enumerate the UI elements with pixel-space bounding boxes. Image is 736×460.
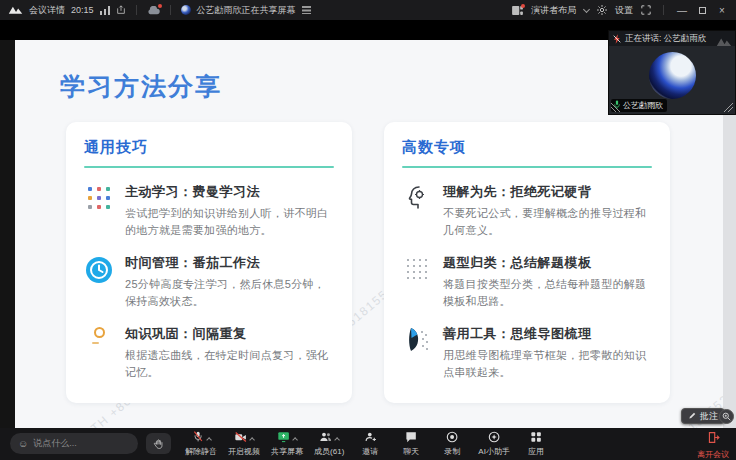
card-header: 高数专项 xyxy=(402,138,652,157)
caret-icon[interactable] xyxy=(249,437,255,443)
list-item: 时间管理：番茄工作法 25分钟高度专注学习，然后休息5分钟，保持高效状态。 xyxy=(84,254,334,310)
maximize-button[interactable] xyxy=(696,5,708,16)
pen-icon xyxy=(688,411,697,422)
video-panel-header: 正在讲话: 公艺勴雨欣 xyxy=(609,31,735,46)
annotate-label: 批注 xyxy=(700,410,718,423)
card-underline xyxy=(402,166,652,168)
meeting-time: 20:15 xyxy=(71,5,94,15)
chat-input[interactable]: ☺ 说点什么... xyxy=(10,433,138,454)
mindmap-icon xyxy=(402,325,432,381)
share-view-icon[interactable] xyxy=(302,6,311,14)
chat-placeholder: 说点什么... xyxy=(33,437,77,450)
leave-door-icon xyxy=(707,430,720,448)
members-icon xyxy=(319,429,332,447)
speaking-label: 正在讲话: 公艺勴雨欣 xyxy=(625,33,706,45)
minimize-button[interactable]: — xyxy=(676,5,688,16)
list-item: 知识巩固：间隔重复 根据遗忘曲线，在特定时间点复习，强化记忆。 xyxy=(84,325,334,381)
card-general-tips: 通用技巧 主动学习：费曼学习法 尝试把学到的知识讲给别人听，讲不明白的地方就是需… xyxy=(66,122,352,403)
apps-button[interactable]: 应用 xyxy=(521,432,551,457)
card-advanced-math: 高数专项 理解为先：拒绝死记硬背 不要死记公式，要理解概念的推导过程和几何意义。… xyxy=(384,122,670,403)
list-item: 理解为先：拒绝死记硬背 不要死记公式，要理解概念的推导过程和几何意义。 xyxy=(402,183,652,239)
item-desc: 根据遗忘曲线，在特定时间点复习，强化记忆。 xyxy=(125,347,334,381)
ai-assistant-icon xyxy=(488,429,500,447)
dots-grid-icon xyxy=(402,254,432,310)
record-button[interactable]: 录制 xyxy=(437,432,467,457)
card-underline xyxy=(84,166,334,168)
clock-icon xyxy=(84,254,114,310)
card-header: 通用技巧 xyxy=(84,138,334,157)
settings-button[interactable]: 设置 xyxy=(615,4,633,17)
mic-off-icon xyxy=(192,429,204,447)
bottom-toolbar: ☺ 说点什么... 解除静音 xyxy=(0,428,736,460)
rings-icon xyxy=(84,325,114,381)
network-flash-icon xyxy=(613,30,621,48)
gear-icon[interactable] xyxy=(597,5,607,15)
item-title: 题型归类：总结解题模板 xyxy=(443,254,652,272)
record-icon xyxy=(446,429,458,447)
item-title: 知识巩固：间隔重复 xyxy=(125,325,334,343)
meeting-details-button[interactable]: 会议详情 xyxy=(29,4,65,17)
share-export-icon[interactable] xyxy=(116,5,126,15)
close-button[interactable]: × xyxy=(716,5,728,16)
magnifier-button[interactable] xyxy=(719,409,734,424)
invite-button[interactable]: 邀请 xyxy=(355,432,385,457)
chat-icon xyxy=(405,429,417,447)
invite-icon xyxy=(364,429,377,447)
list-item: 题型归类：总结解题模板 将题目按类型分类，总结每种题型的解题模板和思路。 xyxy=(402,254,652,310)
caret-icon[interactable] xyxy=(206,437,212,443)
unmute-button[interactable]: 解除静音 xyxy=(185,432,217,457)
item-title: 善用工具：思维导图梳理 xyxy=(443,325,652,343)
camera-off-icon xyxy=(234,429,247,447)
chat-button[interactable]: 聊天 xyxy=(396,432,426,457)
layout-selector[interactable]: 演讲者布局 xyxy=(531,4,576,17)
logo-watermark-icon xyxy=(716,33,732,51)
cloud-docs-icon[interactable] xyxy=(147,6,160,15)
leave-label: 离开会议 xyxy=(697,449,729,460)
top-bar: 会议详情 20:15 公艺勴雨欣正在共享屏幕 xyxy=(0,0,736,20)
item-desc: 25分钟高度专注学习，然后休息5分钟，保持高效状态。 xyxy=(125,276,334,310)
thinking-head-icon xyxy=(402,183,432,239)
app-logo-icon xyxy=(8,5,23,15)
item-title: 主动学习：费曼学习法 xyxy=(125,183,334,201)
resize-handle[interactable] xyxy=(611,103,620,112)
layout-icon[interactable] xyxy=(512,6,523,15)
item-desc: 将题目按类型分类，总结每种题型的解题模板和思路。 xyxy=(443,276,652,310)
list-item: 主动学习：费曼学习法 尝试把学到的知识讲给别人听，讲不明白的地方就是需要加强的地… xyxy=(84,183,334,239)
participant-avatar xyxy=(649,52,696,99)
resize-handle[interactable] xyxy=(724,103,733,112)
meeting-window: 会议详情 20:15 公艺勴雨欣正在共享屏幕 xyxy=(0,0,736,460)
start-video-button[interactable]: 开启视频 xyxy=(228,432,260,457)
emoji-icon: ☺ xyxy=(18,438,28,449)
ai-assistant-button[interactable]: AI小助手 xyxy=(478,432,510,457)
participant-name: 公艺勴雨欣 xyxy=(623,100,663,111)
leave-meeting-button[interactable]: 离开会议 xyxy=(697,430,729,460)
members-button[interactable]: 成员(61) xyxy=(314,432,344,457)
sharer-avatar xyxy=(181,5,191,15)
item-title: 时间管理：番茄工作法 xyxy=(125,254,334,272)
reaction-button[interactable] xyxy=(146,433,171,454)
item-desc: 不要死记公式，要理解概念的推导过程和几何意义。 xyxy=(443,205,652,239)
share-screen-icon xyxy=(277,429,290,447)
apps-icon xyxy=(530,429,542,447)
stage-left-gutter xyxy=(0,40,15,430)
sharing-banner: 公艺勴雨欣正在共享屏幕 xyxy=(197,4,296,17)
network-signal-icon[interactable] xyxy=(100,6,110,15)
item-title: 理解为先：拒绝死记硬背 xyxy=(443,183,652,201)
fullscreen-icon[interactable] xyxy=(641,5,651,15)
caret-icon[interactable] xyxy=(334,437,340,443)
slide-title: 学习方法分享 xyxy=(60,70,222,103)
speaker-video-panel[interactable]: 正在讲话: 公艺勴雨欣 公艺勴雨欣 xyxy=(608,30,736,115)
caret-icon[interactable] xyxy=(292,437,298,443)
share-screen-button[interactable]: 共享屏幕 xyxy=(271,432,303,457)
item-desc: 用思维导图梳理章节框架，把零散的知识点串联起来。 xyxy=(443,347,652,381)
colorful-grid-icon xyxy=(84,183,114,239)
chevron-down-icon xyxy=(583,5,590,12)
list-item: 善用工具：思维导图梳理 用思维导图梳理章节框架，把零散的知识点串联起来。 xyxy=(402,325,652,381)
item-desc: 尝试把学到的知识讲给别人听，讲不明白的地方就是需要加强的地方。 xyxy=(125,205,334,239)
